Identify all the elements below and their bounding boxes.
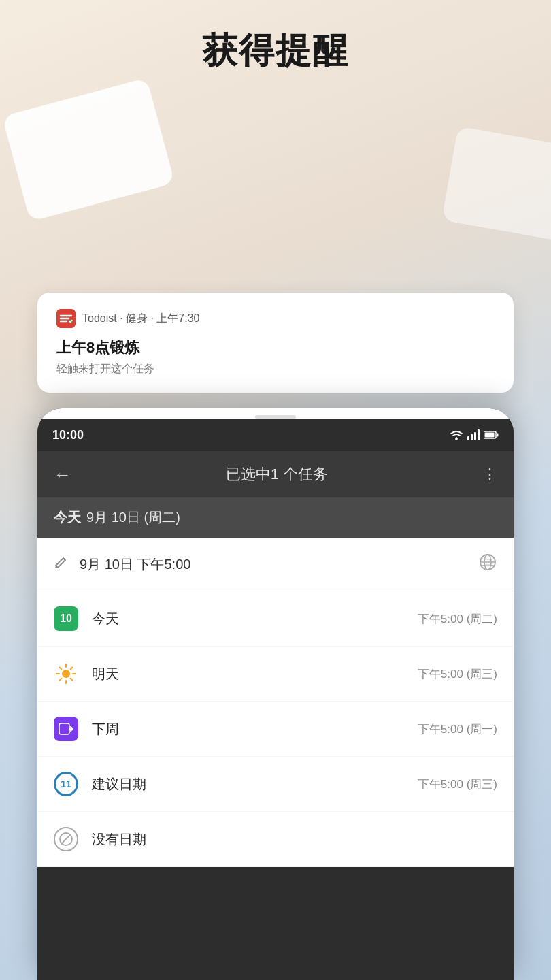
battery-icon [484, 430, 499, 440]
schedule-item-tomorrow-left: 明天 [54, 662, 119, 686]
schedule-item-no-date-left: 没有日期 [54, 827, 146, 851]
schedule-item-today-left: 10 今天 [54, 606, 119, 631]
today-label: 今天 [92, 610, 119, 628]
status-time: 10:00 [52, 428, 84, 442]
next-week-icon [54, 717, 78, 741]
today-icon: 10 [54, 606, 78, 631]
date-picker-left: 9月 10日 下午5:00 [54, 555, 190, 574]
notification-meta: Todoist · 健身 · 上午7:30 [82, 312, 200, 326]
notification-header: Todoist · 健身 · 上午7:30 [56, 309, 495, 328]
svg-rect-6 [478, 429, 480, 440]
status-icons [450, 429, 499, 440]
svg-rect-8 [485, 433, 495, 438]
notification-subtitle: 轻触来打开这个任务 [56, 362, 495, 376]
phone-content: 9月 10日 下午5:00 10 今天 [37, 538, 514, 867]
svg-rect-22 [59, 723, 69, 734]
date-section-header: 今天9月 10日 (周二) [37, 497, 514, 538]
date-picker-row[interactable]: 9月 10日 下午5:00 [37, 538, 514, 591]
schedule-list: 10 今天 下午5:00 (周二) [37, 591, 514, 867]
app-header: ← 已选中1 个任务 ⋮ [37, 451, 514, 497]
svg-rect-5 [474, 432, 476, 440]
schedule-item-no-date[interactable]: 没有日期 [37, 812, 514, 867]
svg-rect-3 [467, 436, 469, 440]
date-picker-text: 9月 10日 下午5:00 [80, 555, 190, 574]
svg-point-2 [456, 438, 458, 440]
schedule-item-today[interactable]: 10 今天 下午5:00 (周二) [37, 591, 514, 647]
svg-line-18 [60, 668, 62, 670]
more-options-button[interactable]: ⋮ [482, 466, 497, 483]
pencil-icon [54, 555, 69, 574]
status-bar: 10:00 [37, 419, 514, 451]
schedule-item-next-week[interactable]: 下周 下午5:00 (周一) [37, 702, 514, 757]
pull-bar-indicator [255, 415, 296, 419]
tomorrow-time: 下午5:00 (周三) [418, 666, 497, 682]
next-week-label: 下周 [92, 720, 119, 738]
no-date-label: 没有日期 [92, 830, 146, 849]
pull-bar [37, 408, 514, 419]
notification-title: 上午8点锻炼 [56, 338, 495, 358]
suggest-time: 下午5:00 (周三) [418, 777, 497, 792]
sun-icon [54, 662, 78, 686]
wifi-icon [450, 429, 463, 440]
suggest-icon: 11 [54, 772, 78, 796]
notification-card: Todoist · 健身 · 上午7:30 上午8点锻炼 轻触来打开这个任务 [37, 293, 514, 393]
schedule-item-suggest-left: 11 建议日期 [54, 772, 146, 796]
svg-line-19 [71, 679, 73, 681]
tomorrow-label: 明天 [92, 665, 119, 683]
svg-rect-9 [497, 434, 499, 437]
date-section-label: 今天9月 10日 (周二) [54, 510, 180, 525]
svg-line-20 [71, 668, 73, 670]
today-time: 下午5:00 (周二) [418, 611, 497, 627]
next-week-time: 下午5:00 (周一) [418, 721, 497, 737]
today-label: 今天 [54, 510, 81, 525]
suggest-label: 建议日期 [92, 775, 146, 794]
schedule-item-next-week-left: 下周 [54, 717, 119, 741]
date-section-date: 9月 10日 (周二) [86, 510, 180, 525]
no-date-icon [54, 827, 78, 851]
phone-mockup: 10:00 ← 已选中1 个任务 ⋮ [37, 408, 514, 980]
schedule-item-suggest[interactable]: 11 建议日期 下午5:00 (周三) [37, 757, 514, 812]
globe-icon [478, 553, 497, 576]
svg-point-13 [62, 670, 70, 678]
signal-icon [467, 429, 480, 440]
svg-line-25 [61, 834, 71, 844]
back-button[interactable]: ← [54, 464, 71, 485]
svg-rect-4 [471, 434, 473, 440]
schedule-item-tomorrow[interactable]: 明天 下午5:00 (周三) [37, 647, 514, 702]
todoist-logo-icon [56, 309, 76, 328]
svg-line-21 [60, 679, 62, 681]
page-title: 获得提醒 [0, 27, 551, 75]
header-title: 已选中1 个任务 [226, 464, 328, 485]
